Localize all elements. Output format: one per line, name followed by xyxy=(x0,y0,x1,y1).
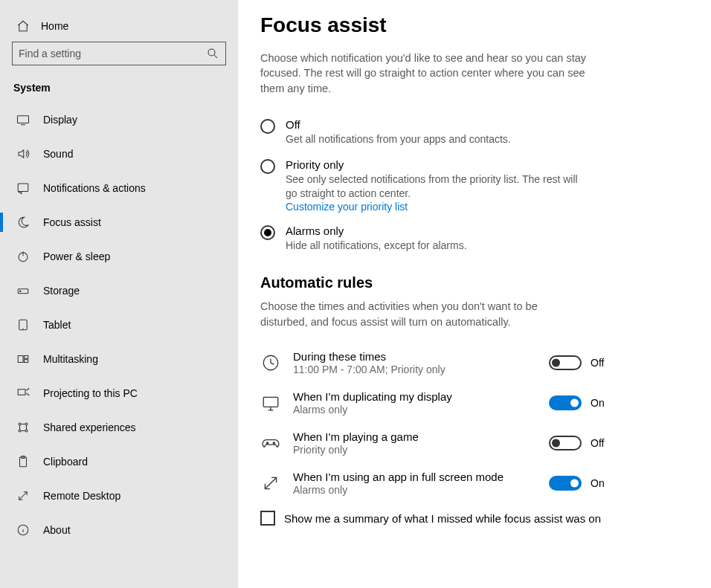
sidebar-item-power[interactable]: Power & sleep xyxy=(0,239,238,274)
svg-point-11 xyxy=(19,423,21,425)
svg-point-12 xyxy=(25,423,28,425)
rule-duplicating-display[interactable]: When I'm duplicating my display Alarms o… xyxy=(260,383,610,423)
fullscreen-icon xyxy=(260,473,281,494)
sidebar-item-sound[interactable]: Sound xyxy=(0,137,238,171)
tablet-icon xyxy=(16,318,30,332)
rule-toggle[interactable] xyxy=(549,395,582,410)
rules-heading: Automatic rules xyxy=(260,274,689,291)
svg-rect-1 xyxy=(18,116,29,123)
toggle-state-label: Off xyxy=(591,437,610,449)
page-title: Focus assist xyxy=(260,13,689,37)
svg-rect-9 xyxy=(25,360,28,363)
radio-priority-only[interactable]: Priority only See only selected notifica… xyxy=(260,154,689,220)
rule-sub: Alarms only xyxy=(293,484,537,496)
home-label: Home xyxy=(41,20,68,32)
notifications-icon xyxy=(16,181,30,195)
search-wrap xyxy=(0,42,238,73)
monitor-icon xyxy=(260,392,281,413)
sidebar-item-remote[interactable]: Remote Desktop xyxy=(0,479,238,513)
toggle-state-label: Off xyxy=(591,357,610,369)
power-icon xyxy=(16,250,30,263)
clock-icon xyxy=(260,352,281,373)
radio-desc: Hide all notifications, except for alarm… xyxy=(286,239,467,253)
summary-checkbox-row[interactable]: Show me a summary of what I missed while… xyxy=(260,511,689,526)
search-box[interactable] xyxy=(12,42,226,65)
sidebar-item-label: Remote Desktop xyxy=(43,490,120,502)
radio-alarms-only[interactable]: Alarms only Hide all notifications, exce… xyxy=(260,220,689,260)
multitasking-icon xyxy=(16,352,30,366)
rule-sub: Priority only xyxy=(293,444,537,456)
search-input[interactable] xyxy=(19,48,206,59)
sidebar-item-shared[interactable]: Shared experiences xyxy=(0,410,238,445)
radio-title: Alarms only xyxy=(286,224,467,237)
sidebar-item-label: Display xyxy=(43,114,77,126)
svg-rect-2 xyxy=(18,184,28,192)
remote-icon xyxy=(16,489,30,503)
nav-list: Display Sound Notifications & actions Fo… xyxy=(0,103,238,547)
sidebar-item-label: Projecting to this PC xyxy=(43,387,138,399)
rule-title: When I'm using an app in full screen mod… xyxy=(293,471,537,483)
sidebar: Home System Display Sound Notifications … xyxy=(0,0,238,588)
svg-rect-10 xyxy=(18,390,25,395)
display-icon xyxy=(16,113,30,126)
rule-during-times[interactable]: During these times 11:00 PM - 7:00 AM; P… xyxy=(260,343,610,383)
sidebar-item-label: Multitasking xyxy=(43,353,98,365)
sidebar-item-tablet[interactable]: Tablet xyxy=(0,308,238,342)
home-icon xyxy=(16,19,30,33)
storage-icon xyxy=(16,284,30,297)
home-button[interactable]: Home xyxy=(0,13,238,42)
rule-title: During these times xyxy=(293,350,537,363)
sound-icon xyxy=(16,147,30,161)
radio-circle xyxy=(260,159,275,174)
sidebar-item-label: Focus assist xyxy=(43,216,101,228)
rule-toggle[interactable] xyxy=(549,355,582,370)
rule-toggle[interactable] xyxy=(549,476,582,491)
gamepad-icon xyxy=(260,433,281,453)
sidebar-item-display[interactable]: Display xyxy=(0,103,238,137)
sidebar-item-label: Storage xyxy=(43,285,80,297)
svg-point-14 xyxy=(25,430,28,432)
projecting-icon xyxy=(16,387,30,400)
about-icon xyxy=(16,523,30,537)
rule-title: When I'm playing a game xyxy=(293,430,537,443)
svg-rect-7 xyxy=(18,356,23,363)
moon-icon xyxy=(16,216,30,229)
svg-point-20 xyxy=(267,442,268,444)
sidebar-item-label: About xyxy=(43,524,71,536)
rule-fullscreen-app[interactable]: When I'm using an app in full screen mod… xyxy=(260,463,610,503)
radio-desc: See only selected notifications from the… xyxy=(286,172,591,201)
radio-off[interactable]: Off Get all notifications from your apps… xyxy=(260,114,689,154)
sidebar-item-notifications[interactable]: Notifications & actions xyxy=(0,171,238,205)
clipboard-icon xyxy=(16,455,30,468)
sidebar-item-focus-assist[interactable]: Focus assist xyxy=(0,205,238,239)
rule-sub: 11:00 PM - 7:00 AM; Priority only xyxy=(293,364,537,375)
content: Focus assist Choose which notification y… xyxy=(238,0,711,588)
checkbox-label: Show me a summary of what I missed while… xyxy=(284,512,601,525)
checkbox xyxy=(260,511,275,526)
sidebar-item-label: Sound xyxy=(43,148,73,160)
shared-icon xyxy=(16,421,30,434)
sidebar-item-clipboard[interactable]: Clipboard xyxy=(0,445,238,479)
rules-desc: Choose the times and activities when you… xyxy=(260,299,573,329)
sidebar-item-label: Shared experiences xyxy=(43,421,136,433)
radio-circle xyxy=(260,119,275,134)
rule-sub: Alarms only xyxy=(293,404,537,416)
sidebar-item-storage[interactable]: Storage xyxy=(0,274,238,308)
sidebar-item-label: Notifications & actions xyxy=(43,182,146,194)
rule-playing-game[interactable]: When I'm playing a game Priority only Of… xyxy=(260,423,610,463)
sidebar-item-projecting[interactable]: Projecting to this PC xyxy=(0,376,238,410)
sidebar-item-about[interactable]: About xyxy=(0,513,238,547)
svg-rect-19 xyxy=(263,397,278,407)
sidebar-item-label: Power & sleep xyxy=(43,251,110,262)
sidebar-item-multitasking[interactable]: Multitasking xyxy=(0,342,238,376)
rule-toggle[interactable] xyxy=(549,436,582,450)
sidebar-heading: System xyxy=(0,73,238,103)
radio-title: Priority only xyxy=(286,158,591,171)
sidebar-item-label: Tablet xyxy=(43,319,71,331)
toggle-state-label: On xyxy=(591,397,610,409)
radio-title: Off xyxy=(286,118,511,131)
customize-priority-link[interactable]: Customize your priority list xyxy=(286,201,408,213)
rule-title: When I'm duplicating my display xyxy=(293,390,537,403)
radio-circle xyxy=(260,225,275,240)
sidebar-item-label: Clipboard xyxy=(43,456,88,468)
